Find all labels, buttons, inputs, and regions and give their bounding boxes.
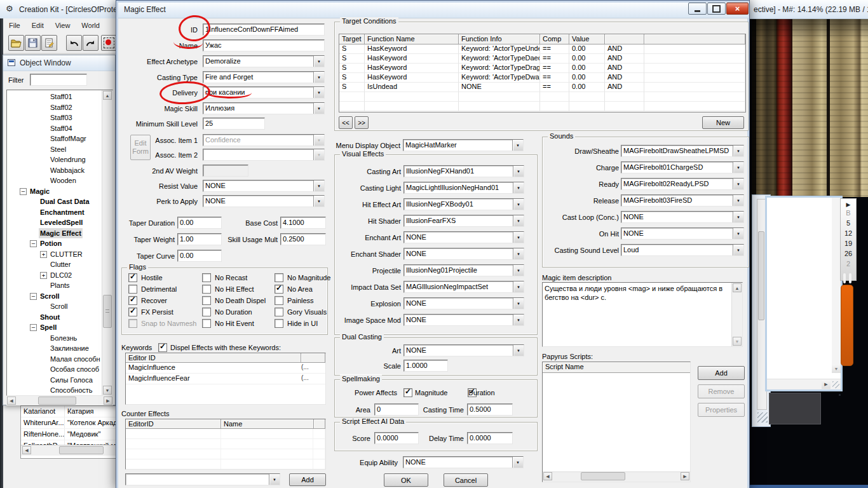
visual-effect-dropdown-impact-data-set[interactable]: MAGIllusionNegImpactSet▼ (403, 281, 524, 293)
tree-item[interactable]: Wabbajack (7, 165, 100, 176)
keywords-header-editor-id[interactable]: Editor ID (126, 353, 301, 363)
tree-item[interactable]: Scroll (7, 301, 100, 312)
scroll-left-arrow-icon[interactable]: ◀ (7, 396, 16, 405)
open-button[interactable] (8, 35, 24, 51)
dropdown-arrow-icon[interactable]: ▼ (513, 265, 524, 276)
flag-checkbox-no-hit-effect[interactable] (202, 285, 211, 294)
counter-effect-row[interactable] (126, 449, 325, 459)
visual-effect-dropdown-casting-light[interactable]: MagicLightIllusionNegHand01▼ (403, 182, 524, 194)
tree-item[interactable]: Staff02 (7, 102, 100, 113)
minimize-button[interactable] (688, 3, 707, 15)
counter-effect-row[interactable] (126, 459, 325, 470)
tree-item[interactable]: +CLUTTER (7, 249, 100, 260)
bg-vscrollbar-thumb[interactable] (758, 231, 764, 320)
flag-checkbox-no-area[interactable] (275, 285, 283, 294)
dropdown-arrow-icon[interactable]: ▼ (513, 345, 524, 356)
sound-dropdown-on-hit[interactable]: NONE▼ (621, 227, 744, 240)
dropdown-arrow-icon[interactable]: ▼ (513, 199, 524, 210)
tree-item[interactable]: Shout (7, 312, 100, 323)
magnitude-checkbox[interactable] (403, 388, 412, 397)
delay-time-input[interactable]: 0.0000 (467, 432, 513, 444)
orange-scroll-element[interactable] (841, 285, 853, 366)
scroll-left-arrow-icon[interactable]: ◀ (543, 472, 552, 480)
tree-item[interactable]: LeveledSpell (7, 217, 100, 228)
resist-value-dropdown[interactable]: NONE▼ (203, 180, 325, 192)
bgwin-hscrollbar[interactable]: ▶ (767, 379, 841, 390)
tree-item[interactable]: Wooden (7, 175, 100, 186)
description-vscrollbar[interactable]: ▲ ▼ (731, 283, 742, 346)
id-input[interactable]: 1InfluenceConfDownFFAimed (203, 24, 325, 36)
scroll-left-arrow-icon[interactable]: ◀ (22, 446, 31, 454)
flag-checkbox-no-hit-event[interactable] (202, 319, 211, 328)
calendar-item[interactable]: 12 (841, 228, 856, 238)
flag-checkbox-no-recast[interactable] (202, 273, 211, 282)
tree-item[interactable]: –Spell (7, 322, 100, 333)
counter-add-button[interactable]: Add (289, 473, 326, 486)
dual-scale-input[interactable]: 1.0000 (403, 360, 448, 372)
tree-expander-minus-icon[interactable]: – (30, 293, 37, 300)
script-name-header[interactable]: Script Name (543, 362, 690, 373)
counter-add-dropdown[interactable]: ▼ (125, 473, 280, 485)
calendar-item[interactable]: 2 (841, 259, 856, 269)
tree-expander-plus-icon[interactable]: + (40, 272, 47, 279)
conditions-header-target[interactable]: Target (339, 34, 365, 44)
background-list-row[interactable]: KatarianotКатария (21, 406, 116, 417)
tree-vscrollbar[interactable]: ▲ ▼ (102, 90, 112, 395)
keyword-more-button[interactable]: (... (301, 374, 325, 384)
tree-item[interactable]: Особая способ (7, 364, 100, 375)
tree-item[interactable]: Силы Голоса (7, 375, 100, 386)
dropdown-arrow-icon[interactable]: ▼ (313, 180, 324, 191)
tree-vscroll-thumb[interactable] (103, 295, 112, 328)
visual-effect-dropdown-image-space-mod[interactable]: NONE▼ (403, 314, 524, 326)
conditions-header-value[interactable]: Value (569, 34, 605, 44)
conditions-next-button[interactable]: >> (355, 116, 369, 129)
keyword-row[interactable]: MagicInfluenceFear(... (126, 374, 325, 384)
papyrus-hscrollbar[interactable]: ◀ ▶ (543, 471, 690, 482)
tree-hscroll-thumb[interactable] (38, 396, 76, 405)
casting-time-input[interactable]: 0.5000 (467, 403, 513, 416)
sound-dropdown-charge[interactable]: MAGFirebolt01ChargeSD▼ (621, 161, 744, 173)
keyword-row[interactable]: MagicInfluence(... (126, 363, 325, 374)
tree-item[interactable]: Plants (7, 280, 100, 291)
dispel-effects-checkbox[interactable] (158, 343, 167, 352)
scroll-right-arrow-icon[interactable]: ▶ (104, 396, 112, 405)
counter-header-name[interactable]: Name (221, 419, 314, 429)
dropdown-arrow-icon[interactable]: ▼ (733, 162, 743, 173)
tree-expander-minus-icon[interactable]: – (30, 324, 37, 331)
magic-skill-dropdown[interactable]: Иллюзия▼ (203, 102, 325, 114)
undo-button[interactable] (66, 35, 82, 51)
tree-item[interactable]: –Magic (7, 186, 100, 197)
area-input[interactable]: 0 (374, 403, 419, 416)
dropdown-arrow-icon[interactable]: ▼ (733, 212, 743, 222)
scroll-right-arrow-icon[interactable]: ▶ (822, 380, 831, 389)
scroll-up-arrow-icon[interactable]: ▲ (733, 283, 742, 292)
dropdown-arrow-icon[interactable]: ▼ (269, 474, 280, 485)
conditions-new-button[interactable]: New (702, 116, 744, 129)
dropdown-arrow-icon[interactable]: ▼ (513, 182, 524, 193)
tree-item[interactable]: Dual Cast Data (7, 196, 100, 207)
score-input[interactable]: 0.0000 (374, 432, 419, 444)
sound-dropdown-draw-sheathe[interactable]: MAGFireboltDrawSheatheLPMSD▼ (621, 145, 744, 157)
menu-display-object-dropdown[interactable]: MagicHatMarker▼ (403, 139, 524, 151)
conditions-header-blank[interactable] (605, 34, 644, 44)
papyrus-properties-button[interactable]: Properties (698, 403, 745, 417)
tree-item[interactable]: Малая способн (7, 354, 100, 365)
dropdown-arrow-icon[interactable]: ▼ (733, 245, 743, 255)
dropdown-arrow-icon[interactable]: ▼ (513, 248, 524, 259)
skill-usage-mult-input[interactable]: 0.2500 (280, 233, 326, 245)
keyword-more-button[interactable]: (... (301, 363, 325, 373)
bgwin-vscrollbar[interactable]: ▼ (832, 198, 841, 373)
properties-button[interactable] (41, 35, 57, 51)
maximize-button[interactable] (707, 3, 726, 15)
flag-checkbox-recover[interactable] (128, 296, 137, 305)
counter-effect-row[interactable] (126, 429, 325, 439)
sound-dropdown-casting-sound-level[interactable]: Loud▼ (621, 244, 744, 256)
dropdown-arrow-icon[interactable]: ▼ (513, 166, 524, 177)
visual-effect-dropdown-explosion[interactable]: NONE▼ (403, 297, 524, 309)
background-list-row[interactable]: WhiterunAr..."Котелок Аркад (21, 417, 116, 429)
tree-item[interactable]: +DLC02 (7, 270, 100, 281)
condition-row[interactable]: SHasKeywordKeyword: 'ActorTypeDwarv...==… (339, 73, 745, 83)
tree-item[interactable]: Болезнь (7, 333, 100, 344)
papyrus-hscroll-thumb[interactable] (581, 472, 625, 480)
calendar-play-icon[interactable]: ▶ (841, 199, 856, 208)
